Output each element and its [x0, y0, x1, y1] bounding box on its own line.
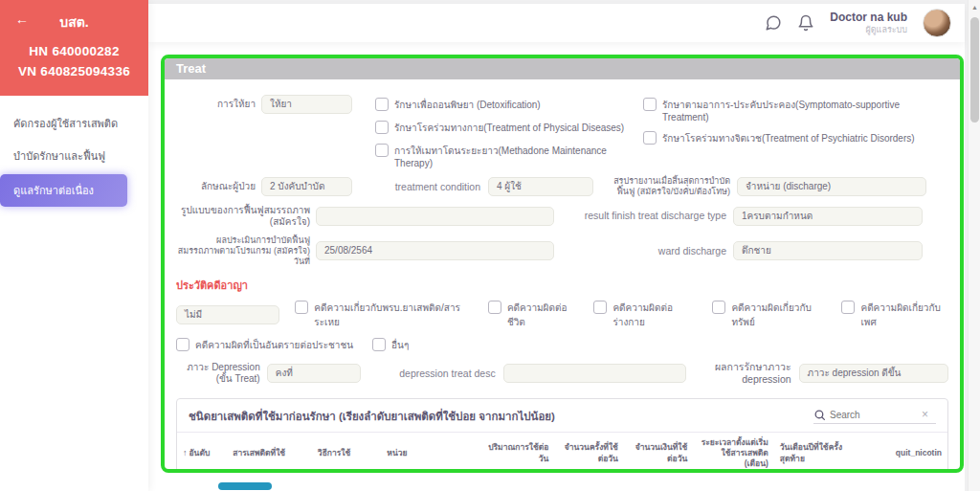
result-finish-field[interactable]: 1ครบตามกำหนด	[733, 207, 923, 226]
column-header-duration-months[interactable]: ระยะเวลาตั้งแต่เริ่มใช้สารเสพติด (เดือน)	[693, 432, 774, 473]
summary-discharge-field[interactable]: จำหน่าย (discharge)	[737, 177, 926, 196]
depression-label: ภาวะ Depression (ขั้น Treat)	[176, 362, 260, 386]
column-header-substance[interactable]: สารเสพติดที่ใช้	[227, 432, 312, 473]
patient-type-label: ลักษณะผู้ป่วย	[176, 181, 256, 193]
checkbox-offense-body[interactable]: คดีความผิดต่อร่างกาย	[593, 301, 697, 329]
patient-header: ← บสต. HN 640000282 VN 640825094336	[0, 0, 148, 96]
treat-section-header: Treat	[165, 58, 960, 79]
user-name: Doctor na kub	[830, 11, 907, 24]
clear-search-icon[interactable]: ×	[922, 408, 928, 421]
checkbox-label: คดีความผิดเกี่ยวกับทรัพย์	[731, 301, 826, 329]
checkbox-icon[interactable]	[643, 98, 657, 111]
treatment-condition-field[interactable]: 4 ผู้ใช้	[488, 177, 593, 196]
checkbox-offense-property[interactable]: คดีความผิดเกี่ยวกับทรัพย์	[712, 301, 826, 329]
treatment-condition-label: treatment condition	[366, 181, 480, 193]
checkbox-psychiatric-disorders[interactable]: รักษาโรคร่วมทางจิตเวช(Treatment of Psych…	[643, 131, 930, 145]
checkbox-offense-life[interactable]: คดีความผิดต่อชีวิต	[488, 301, 579, 329]
search-icon	[813, 409, 826, 421]
vertical-scrollbar-thumb[interactable]	[970, 17, 979, 123]
checkbox-icon[interactable]	[593, 301, 607, 314]
scroll-up-arrow-icon[interactable]: ▲	[971, 4, 978, 11]
column-header-rank[interactable]: ↑อันดับ	[177, 432, 227, 473]
patient-vn: VN 640825094336	[10, 62, 139, 82]
give-drug-label: การให้ยา	[176, 95, 256, 111]
criminal-history-title: ประวัติคดีอาญา	[176, 277, 948, 294]
topbar: Doctor na kub ผู้ดูแลระบบ	[148, 4, 965, 42]
checkbox-label: รักษาโรคร่วมทางจิตเวช(Treatment of Psych…	[662, 131, 915, 145]
avatar[interactable]	[923, 9, 951, 37]
checkbox-label: คดีความผิดต่อชีวิต	[507, 301, 579, 329]
checkbox-other[interactable]: อื่นๆ	[372, 338, 409, 352]
checkbox-label: คดีความผิดที่เป็นอันตรายต่อประชาชน	[195, 338, 353, 352]
user-menu[interactable]: Doctor na kub ผู้ดูแลระบบ	[830, 11, 907, 34]
checkbox-icon[interactable]	[488, 301, 501, 314]
depression-result-field[interactable]: ภาวะ depression ดีขึ้น	[799, 364, 948, 383]
sidebar-item-treatment-rehab[interactable]: บำบัดรักษาและฟื้นฟู	[0, 140, 148, 172]
column-header-money-per-day[interactable]: จำนวนเงินที่ใช้ต่อวัน	[624, 432, 693, 473]
eval-result-label: ผลประเมินการบำบัดฟื้นฟูสมรรถภาพตามโปรแกร…	[176, 235, 310, 268]
patient-type-field[interactable]: 2 บังคับบำบัด	[261, 177, 352, 196]
column-header-quit-nicotin[interactable]: quit_nicotin	[855, 432, 947, 473]
result-finish-label: result finish treat discharge type	[564, 210, 726, 222]
sidebar-item-screening[interactable]: คัดกรองผู้ใช้สารเสพติด	[0, 107, 148, 140]
depression-result-label: ผลการรักษาภาวะ depression	[698, 361, 791, 386]
checkbox-methadone-maintenance[interactable]: การให้เมทาโดนระยะยาว(Methadone Maintenan…	[375, 144, 630, 168]
checkbox-icon[interactable]	[375, 144, 389, 157]
drug-history-table-card: ชนิดยาเสพติดที่ใช้มาก่อนรักษา (เรียงลำดั…	[176, 398, 948, 474]
summary-discharge-label: สรุปรายงานเมื่อสิ้นสุดการบำบัดฟื้นฟู (สม…	[603, 176, 730, 198]
checkbox-label: คดีความผิดเกี่ยวกับเพศ	[860, 301, 948, 329]
checkbox-symptomato-supportive[interactable]: รักษาตามอาการ-ประคับประคอง(Symptomato-su…	[643, 98, 930, 123]
chat-icon[interactable]	[765, 14, 782, 32]
depression-desc-field[interactable]	[503, 364, 686, 383]
depression-field[interactable]: คงที่	[267, 364, 361, 383]
checkbox-icon[interactable]	[643, 131, 657, 145]
criminal-history-field[interactable]: ไม่มี	[176, 305, 279, 324]
depression-desc-label: depression treat desc	[386, 368, 496, 380]
drug-history-table: ↑อันดับ สารเสพติดที่ใช้ วิธีการใช้ หน่วย…	[177, 432, 947, 474]
checkbox-detoxification[interactable]: รักษาเพื่อถอนพิษยา (Detoxification)	[375, 98, 630, 112]
checkbox-label: รักษาเพื่อถอนพิษยา (Detoxification)	[394, 98, 541, 112]
sort-ascending-icon[interactable]: ↑	[183, 448, 188, 458]
rehab-format-field[interactable]	[316, 207, 554, 226]
checkbox-icon[interactable]	[712, 301, 725, 314]
ward-discharge-field[interactable]: ตึกชาย	[733, 241, 923, 260]
checkbox-icon[interactable]	[176, 338, 189, 351]
vertical-scrollbar[interactable]: ▲	[968, 0, 980, 491]
treat-panel: Treat การให้ยา ให้ยา รักษาเพื่อถอนพิษยา …	[161, 55, 964, 473]
checkbox-icon[interactable]	[375, 121, 389, 134]
back-icon[interactable]: ←	[15, 11, 29, 27]
checkbox-narcotics-act[interactable]: คดีความเกี่ยวกับพรบ.ยาเสพติด/สารระเหย	[295, 301, 473, 329]
rehab-format-label: รูปแบบของการฟื้นฟูสมรรถภาพ (สมัครใจ)	[176, 205, 310, 229]
checkbox-label: คดีความเกี่ยวกับพรบ.ยาเสพติด/สารระเหย	[314, 301, 473, 329]
checkbox-icon[interactable]	[375, 98, 389, 111]
sidebar-item-continuous-care[interactable]: ดูแลรักษาต่อเนื่อง	[0, 174, 127, 207]
column-header-amount-per-day[interactable]: ปริมาณการใช้ต่อวัน	[481, 432, 554, 473]
checkbox-offense-sexual[interactable]: คดีความผิดเกี่ยวกับเพศ	[841, 301, 948, 329]
give-drug-field[interactable]: ให้ยา	[261, 95, 352, 114]
column-header-times-per-day[interactable]: จำนวนครั้งที่ใช้ต่อวัน	[554, 432, 623, 473]
column-header-method[interactable]: วิธีการใช้	[312, 432, 381, 473]
notification-bell-icon[interactable]	[797, 14, 814, 32]
checkbox-label: รักษาโรคร่วมทางกาย(Treatment of Physical…	[394, 121, 624, 135]
checkbox-icon[interactable]	[372, 338, 386, 351]
table-search[interactable]: ×	[813, 408, 936, 424]
column-header-unit[interactable]: หน่วย	[381, 432, 481, 473]
sidebar: ← บสต. HN 640000282 VN 640825094336 คัดก…	[0, 0, 148, 491]
checkbox-physical-diseases[interactable]: รักษาโรคร่วมทางกาย(Treatment of Physical…	[375, 121, 630, 135]
checkbox-icon[interactable]	[841, 301, 855, 314]
patient-hn: HN 640000282	[10, 42, 139, 62]
eval-result-field[interactable]: 25/08/2564	[316, 241, 554, 260]
drug-table-title: ชนิดยาเสพติดที่ใช้มาก่อนรักษา (เรียงลำดั…	[189, 408, 555, 425]
checkbox-danger-to-public[interactable]: คดีความผิดที่เป็นอันตรายต่อประชาชน	[176, 338, 353, 352]
search-input[interactable]	[830, 410, 918, 420]
table-header-row: ↑อันดับ สารเสพติดที่ใช้ วิธีการใช้ หน่วย…	[177, 432, 947, 473]
checkbox-label: การให้เมทาโดนระยะยาว(Methadone Maintenan…	[394, 144, 630, 168]
checkbox-icon[interactable]	[295, 301, 308, 314]
ward-discharge-label: ward discharge	[564, 245, 726, 257]
horizontal-scrollbar-thumb[interactable]	[218, 482, 272, 490]
app-title: บสต.	[59, 14, 88, 30]
checkbox-label: รักษาตามอาการ-ประคับประคอง(Symptomato-su…	[662, 98, 930, 123]
column-header-last-use-date[interactable]: วันเดือนปีที่ใช้ครั้งสุดท้าย	[774, 432, 856, 473]
user-role: ผู้ดูแลระบบ	[830, 25, 907, 35]
sidebar-menu: คัดกรองผู้ใช้สารเสพติด บำบัดรักษาและฟื้น…	[0, 96, 148, 207]
